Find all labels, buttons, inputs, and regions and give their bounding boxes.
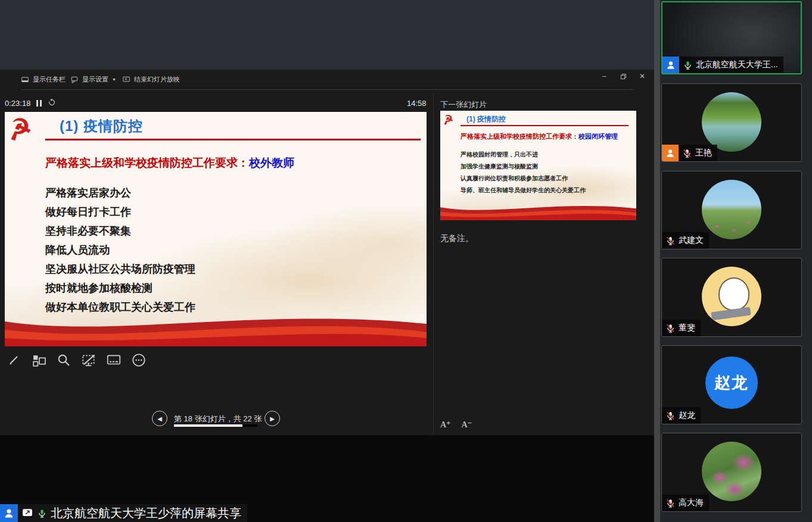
slide-bullet: 加强学生健康监测与核酸监测 xyxy=(461,161,586,173)
window-controls: – ✕ xyxy=(599,72,647,80)
mic-muted-icon xyxy=(665,236,676,246)
next-slide-button[interactable]: ▶ xyxy=(265,411,280,426)
mic-muted-icon xyxy=(665,411,676,421)
screen-share-icon xyxy=(21,507,33,519)
pen-icon xyxy=(7,353,21,367)
restore-button[interactable] xyxy=(618,72,628,80)
next-slide-header: 下一张幻灯片 xyxy=(440,99,487,110)
slideshow-progress-bar xyxy=(174,424,257,427)
previous-slide-button[interactable]: ◀ xyxy=(152,411,167,426)
slide-bullet: 做好每日打卡工作 xyxy=(45,202,195,221)
notes-font-controls: A⁺ A⁻ xyxy=(440,420,472,430)
person-icon xyxy=(3,507,15,519)
participants-sidebar: 北京航空航天大学王... 王艳 武建文 xyxy=(654,0,812,522)
end-slideshow-icon xyxy=(122,76,130,84)
participant-label: 王艳 xyxy=(662,145,717,161)
subtitle-requirement: 严格落实上级和学校疫情防控工作要求： xyxy=(45,157,249,169)
slide-bullet: 坚决服从社区公共场所防疫管理 xyxy=(45,260,195,279)
presenter-view-window: 显示任务栏 显示设置 ▼ 结束幻灯片放映 – ✕ xyxy=(0,70,654,435)
captions-button[interactable] xyxy=(106,352,122,368)
slide-position-label: 第 18 张幻灯片，共 22 张 xyxy=(174,414,257,424)
participant-avatar xyxy=(702,267,761,326)
zoom-slide-button[interactable] xyxy=(56,352,71,368)
see-all-slides-button[interactable] xyxy=(31,352,46,368)
share-banner: 北京航空航天大学王少萍的屏幕共享 xyxy=(0,504,247,522)
participant-tile[interactable]: 高大海 xyxy=(661,433,802,512)
participant-label: 武建文 xyxy=(662,232,709,249)
next-slide-title: (1) 疫情防控 xyxy=(466,114,506,124)
participant-name: 武建文 xyxy=(679,235,704,246)
participant-tile[interactable]: 武建文 xyxy=(661,171,802,249)
elapsed-time: 0:23:18 xyxy=(5,99,30,108)
display-settings-label: 显示设置 xyxy=(82,75,108,84)
slide-bullet-list: 严格落实居家办公 做好每日打卡工作 坚持非必要不聚集 降低人员流动 坚决服从社区… xyxy=(45,183,195,317)
pause-timer-button[interactable] xyxy=(36,100,42,107)
chevron-down-icon: ▼ xyxy=(112,77,116,82)
party-emblem-icon: ☭ xyxy=(5,112,36,149)
participant-label: 赵龙 xyxy=(662,407,701,424)
restart-timer-button[interactable] xyxy=(48,98,56,108)
participant-avatar xyxy=(702,442,761,501)
current-time: 14:58 xyxy=(407,99,427,108)
show-taskbar-button[interactable]: 显示任务栏 xyxy=(21,75,66,84)
title-underline xyxy=(45,139,421,140)
next-arrow-icon: ▶ xyxy=(270,415,275,422)
slide-bullet: 认真履行岗位职责和积极参加志愿者工作 xyxy=(461,173,586,185)
restart-timer-icon xyxy=(48,98,56,107)
participant-label: 高大海 xyxy=(662,495,709,511)
red-ribbon-decoration xyxy=(5,312,427,346)
end-slideshow-button[interactable]: 结束幻灯片放映 xyxy=(122,75,180,84)
participant-label: 董斐 xyxy=(662,320,701,336)
close-button[interactable]: ✕ xyxy=(637,72,647,80)
member-badge-icon xyxy=(662,145,679,161)
slide-tools xyxy=(6,352,147,368)
restore-icon xyxy=(620,73,627,80)
display-settings-button[interactable]: 显示设置 ▼ xyxy=(70,75,116,84)
red-ribbon-decoration xyxy=(440,202,636,220)
slide-bullet: 导师、班主任和辅导员做好学生的关心关爱工作 xyxy=(461,185,586,196)
decrease-font-button[interactable]: A⁻ xyxy=(462,420,472,430)
sidebar-resize-handle[interactable] xyxy=(654,0,660,522)
slideshow-timer: 0:23:18 xyxy=(5,98,56,108)
participant-tile[interactable]: 北京航空航天大学王... xyxy=(661,1,802,74)
share-banner-text: 北京航空航天大学王少萍的屏幕共享 xyxy=(51,505,241,521)
toolbar-divider xyxy=(21,89,633,90)
mic-on-icon xyxy=(37,508,47,518)
party-emblem-icon: ☭ xyxy=(441,111,455,129)
black-screen-icon xyxy=(81,352,97,368)
slide-bullet: 坚持非必要不聚集 xyxy=(45,221,195,240)
minimize-button[interactable]: – xyxy=(599,72,609,80)
mic-on-icon xyxy=(683,60,693,70)
black-screen-button[interactable] xyxy=(81,352,97,368)
participant-tile[interactable]: 王艳 xyxy=(661,83,802,162)
show-taskbar-label: 显示任务栏 xyxy=(33,75,66,84)
pen-button[interactable] xyxy=(6,352,21,368)
end-slideshow-label: 结束幻灯片放映 xyxy=(134,75,180,84)
panel-divider xyxy=(433,93,434,434)
increase-font-button[interactable]: A⁺ xyxy=(440,420,451,430)
person-icon xyxy=(665,148,676,158)
presenter-toolbar: 显示任务栏 显示设置 ▼ 结束幻灯片放映 – ✕ xyxy=(0,70,654,89)
slide-bullet: 降低人员流动 xyxy=(45,240,195,260)
speaker-notes: 无备注。 xyxy=(440,233,474,244)
shared-screen-area: 显示任务栏 显示设置 ▼ 结束幻灯片放映 – ✕ xyxy=(0,0,654,522)
next-slide-thumbnail[interactable]: ☭ (1) 疫情防控 严格落实上级和学校疫情防控工作要求：校园闭环管理 严格校园… xyxy=(440,111,636,220)
slide-title: (1) 疫情防控 xyxy=(60,117,143,136)
participant-name: 北京航空航天大学王... xyxy=(696,60,778,70)
slide-bullet: 严格校园封闭管理，只出不进 xyxy=(461,149,586,161)
more-ellipsis-icon xyxy=(131,352,147,368)
participant-label: 北京航空航天大学王... xyxy=(662,57,783,73)
more-options-button[interactable] xyxy=(131,352,147,368)
meeting-app: 显示任务栏 显示设置 ▼ 结束幻灯片放映 – ✕ xyxy=(0,0,812,522)
previous-arrow-icon: ◀ xyxy=(157,415,162,422)
participant-avatar: 赵龙 xyxy=(705,357,758,409)
participant-name: 王艳 xyxy=(695,148,712,158)
magnifier-icon xyxy=(57,353,71,367)
current-slide[interactable]: ☭ (1) 疫情防控 严格落实上级和学校疫情防控工作要求：校外教师 严格落实居家… xyxy=(5,112,427,346)
share-label-strip: 北京航空航天大学王少萍的屏幕共享 xyxy=(18,504,247,522)
participant-tile[interactable]: 董斐 xyxy=(661,258,802,337)
participant-tile[interactable]: 赵龙 赵龙 xyxy=(661,345,802,424)
participant-avatar xyxy=(702,92,761,152)
slide-bullet: 按时就地参加核酸检测 xyxy=(45,279,195,298)
participant-avatar xyxy=(702,180,761,239)
